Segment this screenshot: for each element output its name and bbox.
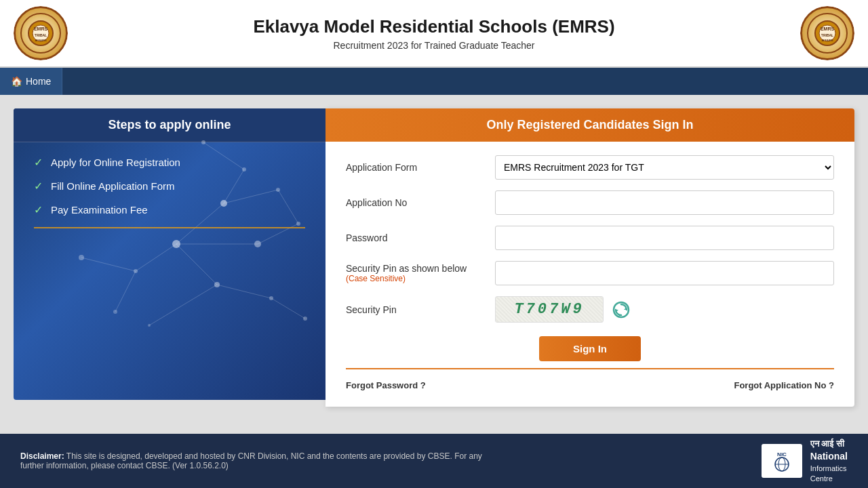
header-text: Eklavya Model Residential Schools (EMRS)… bbox=[68, 16, 800, 51]
svg-line-33 bbox=[271, 298, 305, 319]
security-pin-input-row: Security Pin as shown below (Case Sensit… bbox=[346, 261, 834, 285]
check-icon-1: ✓ bbox=[34, 156, 43, 169]
application-form-row: Application Form EMRS Recruitment 2023 f… bbox=[346, 155, 834, 180]
password-label: Password bbox=[346, 232, 495, 243]
svg-line-36 bbox=[149, 285, 217, 325]
application-no-label: Application No bbox=[346, 197, 495, 208]
main-content: Steps to apply online ✓ Apply for Online… bbox=[0, 95, 868, 434]
right-panel-header: Only Registered Candidates Sign In bbox=[326, 108, 854, 142]
application-no-input[interactable] bbox=[495, 190, 834, 215]
step-label-3: Pay Examination Fee bbox=[51, 204, 148, 216]
signin-row: Sign In bbox=[346, 336, 834, 361]
password-input[interactable] bbox=[495, 226, 834, 250]
nic-full-text: National bbox=[810, 450, 848, 464]
header: EMRS TRIBAL AFFAIRS Eklavya Model Reside… bbox=[0, 0, 868, 68]
nic-line2: Informatics bbox=[810, 464, 848, 474]
form-content: Application Form EMRS Recruitment 2023 f… bbox=[326, 142, 854, 407]
step-label-1: Apply for Online Registration bbox=[51, 157, 180, 168]
nic-emblem: NIC bbox=[762, 444, 802, 478]
footer-text: Disclaimer: This site is designed, devel… bbox=[20, 451, 495, 470]
application-form-select[interactable]: EMRS Recruitment 2023 for TGT bbox=[495, 155, 834, 180]
left-logo-inner: EMRS TRIBAL AFFAIRS bbox=[20, 13, 61, 54]
nic-logo: NIC एन आई सी National Informatics Centre bbox=[762, 438, 848, 485]
captcha-refresh-button[interactable] bbox=[610, 299, 632, 321]
captcha-image: T707W9 bbox=[495, 296, 604, 323]
application-form-label: Application Form bbox=[346, 162, 495, 173]
refresh-icon bbox=[612, 301, 630, 319]
left-panel: Steps to apply online ✓ Apply for Online… bbox=[14, 108, 326, 400]
header-subtitle: Recruitment 2023 for Trained Graduate Te… bbox=[68, 40, 800, 51]
left-logo-circle: EMRS TRIBAL AFFAIRS bbox=[14, 6, 68, 60]
step-label-2: Fill Online Application Form bbox=[51, 180, 175, 192]
svg-line-34 bbox=[81, 258, 136, 271]
nic-emblem-svg: NIC bbox=[766, 447, 798, 475]
forgot-password-link[interactable]: Forgot Password ? bbox=[346, 380, 426, 390]
svg-text:AFFAIRS: AFFAIRS bbox=[35, 39, 46, 42]
home-icon: 🏠 bbox=[11, 76, 22, 87]
svg-line-35 bbox=[115, 271, 136, 312]
step-item-1: ✓ Apply for Online Registration bbox=[34, 156, 305, 169]
svg-text:EMRS: EMRS bbox=[34, 26, 48, 31]
steps-divider bbox=[34, 227, 305, 228]
step-item-3: ✓ Pay Examination Fee bbox=[34, 203, 305, 216]
home-nav-label: Home bbox=[26, 76, 51, 87]
disclaimer-text: This site is designed, developed and hos… bbox=[20, 451, 482, 470]
nav-bar: 🏠 Home bbox=[0, 68, 868, 95]
header-title: Eklavya Model Residential Schools (EMRS) bbox=[68, 16, 800, 37]
forgot-application-no-link[interactable]: Forgot Application No ? bbox=[734, 380, 834, 390]
right-logo-inner: EMRS TRIBAL AFFAIRS bbox=[807, 13, 848, 54]
step-item-2: ✓ Fill Online Application Form bbox=[34, 180, 305, 192]
forgot-row: Forgot Password ? Forgot Application No … bbox=[346, 378, 834, 393]
left-panel-content: ✓ Apply for Online Registration ✓ Fill O… bbox=[14, 142, 326, 242]
right-logo-circle: EMRS TRIBAL AFFAIRS bbox=[800, 6, 854, 60]
security-pin-main-label: Security Pin as shown below bbox=[346, 263, 495, 274]
footer: Disclaimer: This site is designed, devel… bbox=[0, 434, 868, 488]
captcha-display-row: Security Pin T707W9 bbox=[346, 296, 834, 323]
captcha-label: Security Pin bbox=[346, 304, 495, 315]
disclaimer-label: Disclaimer: bbox=[20, 451, 64, 461]
svg-line-32 bbox=[217, 285, 271, 298]
svg-text:NIC: NIC bbox=[777, 451, 787, 458]
password-row: Password bbox=[346, 226, 834, 250]
security-pin-label-group: Security Pin as shown below (Case Sensit… bbox=[346, 263, 495, 283]
header-logos: EMRS TRIBAL AFFAIRS Eklavya Model Reside… bbox=[14, 6, 854, 60]
right-panel: Only Registered Candidates Sign In Appli… bbox=[326, 108, 854, 407]
svg-line-31 bbox=[176, 244, 217, 285]
form-divider bbox=[346, 368, 834, 369]
logo-right: EMRS TRIBAL AFFAIRS bbox=[800, 6, 854, 60]
home-nav-item[interactable]: 🏠 Home bbox=[0, 68, 62, 95]
svg-text:TRIBAL: TRIBAL bbox=[35, 33, 47, 37]
application-no-row: Application No bbox=[346, 190, 834, 215]
svg-line-30 bbox=[136, 244, 176, 271]
security-pin-input[interactable] bbox=[495, 261, 834, 285]
security-pin-sub-label: (Case Sensitive) bbox=[346, 274, 495, 283]
nic-line3: Centre bbox=[810, 474, 848, 484]
nic-text: एन आई सी National Informatics Centre bbox=[810, 438, 848, 485]
logo-left: EMRS TRIBAL AFFAIRS bbox=[14, 6, 68, 60]
check-icon-3: ✓ bbox=[34, 203, 43, 216]
nic-hindi-text: एन आई सी bbox=[810, 438, 848, 450]
signin-button[interactable]: Sign In bbox=[539, 336, 641, 361]
svg-text:EMRS: EMRS bbox=[821, 26, 835, 31]
svg-text:AFFAIRS: AFFAIRS bbox=[821, 39, 833, 42]
check-icon-2: ✓ bbox=[34, 180, 43, 192]
svg-text:TRIBAL: TRIBAL bbox=[821, 33, 833, 37]
